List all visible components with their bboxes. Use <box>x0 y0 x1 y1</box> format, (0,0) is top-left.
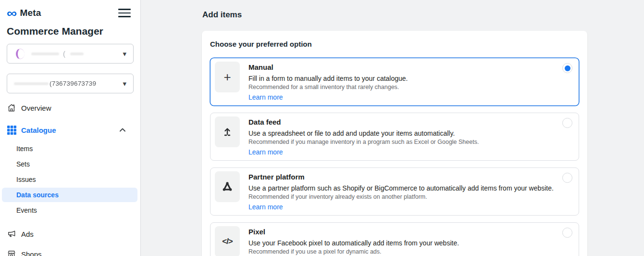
page-title: Add items <box>202 10 242 20</box>
option-description: Fill in a form to manually add items to … <box>248 75 408 82</box>
grid-icon <box>7 125 16 135</box>
option-body: Pixel Use your Facebook pixel to automat… <box>248 226 459 256</box>
option-recommendation: Recommended if you manage inventory in a… <box>248 139 479 145</box>
sidebar-item-events[interactable]: Events <box>2 203 137 218</box>
sidebar-item-label: Issues <box>16 176 36 183</box>
option-title: Manual <box>248 63 408 71</box>
plus-icon: + <box>215 62 240 92</box>
meta-logo: ∞ Meta <box>7 8 41 18</box>
redacted-text <box>31 52 59 55</box>
option-description: Use a partner platform such as Shopify o… <box>248 184 554 192</box>
megaphone-icon <box>7 229 16 239</box>
upload-icon <box>215 116 240 147</box>
brand-row: ∞ Meta <box>7 6 134 20</box>
catalogue-subnav: Items Sets Issues Data sources Events <box>7 141 134 218</box>
learn-more-link[interactable]: Learn more <box>248 148 283 156</box>
business-selector[interactable]: ( ▾ <box>7 44 134 64</box>
add-items-card: Choose your preferred option + Manual Fi… <box>202 31 587 256</box>
redacted-text: ( <box>63 50 65 58</box>
option-partner-platform[interactable]: Partner platform Use a partner platform … <box>210 167 579 216</box>
redacted-text <box>14 82 49 85</box>
sidebar-item-issues[interactable]: Issues <box>2 172 137 187</box>
main-content: Add items Choose your preferred option +… <box>141 0 644 256</box>
option-manual[interactable]: + Manual Fill in a form to manually add … <box>210 58 579 106</box>
storefront-icon <box>7 249 16 256</box>
redacted-text <box>70 52 84 55</box>
radio-manual[interactable] <box>562 63 572 73</box>
chevron-up-icon[interactable] <box>119 128 126 132</box>
option-description: Use your Facebook pixel to automatically… <box>248 239 459 247</box>
caret-down-icon: ▾ <box>123 50 126 57</box>
sidebar-item-label: Events <box>16 206 37 214</box>
app-title: Commerce Manager <box>7 26 134 37</box>
sidebar-item-sets[interactable]: Sets <box>2 157 137 171</box>
sidebar-item-ads[interactable]: Ads <box>7 226 134 242</box>
sidebar-item-label: Items <box>16 145 33 153</box>
option-recommendation: Recommended if your inventory already ex… <box>248 193 554 200</box>
option-description: Use a spreadsheet or file to add and upd… <box>248 129 479 137</box>
option-recommendation: Recommended if you use a pixel for dynam… <box>248 248 459 255</box>
sidebar-item-label: Data sources <box>16 191 59 199</box>
sidebar-item-label: Overview <box>21 104 51 112</box>
learn-more-link[interactable]: Learn more <box>248 93 283 101</box>
radio-pixel[interactable] <box>562 228 572 238</box>
menu-icon[interactable] <box>118 9 131 17</box>
sidebar-item-data-sources[interactable]: Data sources <box>2 188 137 202</box>
sidebar-item-label: Shops <box>21 250 42 256</box>
learn-more-link[interactable]: Learn more <box>248 203 283 211</box>
catalogue-selector[interactable]: (736739673739 ▾ <box>7 74 134 93</box>
sidebar: ∞ Meta Commerce Manager ( ▾ (73673967373… <box>0 0 141 256</box>
sidebar-item-label: Sets <box>16 160 30 168</box>
radio-partner-platform[interactable] <box>562 173 572 183</box>
brand-name: Meta <box>20 8 41 18</box>
option-pixel[interactable]: </> Pixel Use your Facebook pixel to aut… <box>210 222 579 256</box>
meta-infinity-icon: ∞ <box>7 9 17 17</box>
option-body: Partner platform Use a partner platform … <box>248 171 554 212</box>
radio-data-feed[interactable] <box>562 118 572 128</box>
home-icon <box>7 103 16 113</box>
sidebar-item-label: Ads <box>21 230 34 238</box>
option-title: Pixel <box>248 228 459 236</box>
sidebar-item-catalogue[interactable]: Catalogue <box>7 122 134 138</box>
sidebar-item-overview[interactable]: Overview <box>7 100 134 115</box>
card-title: Choose your preferred option <box>210 40 579 48</box>
catalogue-selector-value: (736739673739 <box>50 80 96 87</box>
code-icon: </> <box>215 226 240 256</box>
business-avatar <box>16 49 25 59</box>
sidebar-item-items[interactable]: Items <box>2 141 137 156</box>
option-title: Partner platform <box>248 173 554 181</box>
option-data-feed[interactable]: Data feed Use a spreadsheet or file to a… <box>210 113 579 161</box>
sidebar-item-shops[interactable]: Shops <box>7 246 134 256</box>
caret-down-icon: ▾ <box>123 80 126 87</box>
option-body: Manual Fill in a form to manually add it… <box>248 62 408 102</box>
sidebar-item-label: Catalogue <box>21 126 56 134</box>
partner-network-icon <box>215 171 240 202</box>
option-title: Data feed <box>248 118 479 126</box>
option-body: Data feed Use a spreadsheet or file to a… <box>248 116 479 157</box>
sidebar-nav: Overview Catalogue Items Se <box>7 100 134 256</box>
option-recommendation: Recommended for a small inventory that r… <box>248 84 408 90</box>
